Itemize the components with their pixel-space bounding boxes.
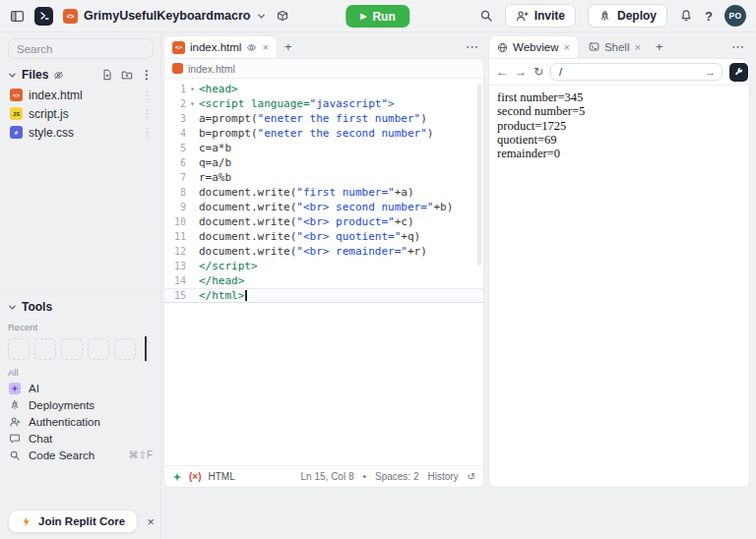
file-row-script-js[interactable]: JS script.js ⋮ — [0, 104, 160, 123]
url-input[interactable] — [557, 65, 701, 79]
tools-collapse-chevron-icon[interactable] — [8, 303, 17, 312]
editor-tab-options-icon[interactable]: ⋯ — [466, 39, 484, 54]
tab-shell[interactable]: Shell × — [581, 35, 649, 58]
url-bar[interactable]: → — [550, 63, 723, 81]
search-input[interactable] — [8, 38, 154, 59]
code-line[interactable]: 3a=prompt("eneter the first number") — [164, 111, 483, 126]
code-line[interactable]: 12document.write("<br> remainder="+r) — [164, 244, 483, 259]
line-number: 14 — [164, 273, 186, 288]
spaces-indicator[interactable]: Spaces: 2 — [375, 471, 418, 482]
tab-close-icon[interactable]: × — [563, 41, 569, 53]
code-line[interactable]: 6q=a/b — [164, 155, 483, 170]
status-ai-icon[interactable] — [172, 472, 182, 482]
run-label: Run — [372, 10, 395, 24]
code-line[interactable]: 11document.write("<br> quotient="+q) — [164, 229, 483, 244]
notifications-bell-icon[interactable] — [679, 9, 693, 23]
help-icon[interactable]: ? — [705, 9, 713, 24]
webview-tab-strip: Webview × Shell × + ⋯ — [488, 35, 750, 58]
tool-item-authentication[interactable]: Authentication — [0, 413, 160, 430]
new-tab-button[interactable]: + — [280, 39, 297, 54]
breadcrumb[interactable]: index.html — [164, 59, 483, 79]
reload-icon[interactable]: ↻ — [534, 65, 543, 79]
files-menu-kebab-icon[interactable]: ⋮ — [141, 68, 153, 82]
code-line[interactable]: 15</html> — [164, 288, 483, 303]
code-line[interactable]: 1▾<head> — [164, 82, 483, 96]
code-text: q=a/b — [199, 155, 231, 170]
webview-tab-options-icon[interactable]: ⋯ — [731, 39, 750, 54]
line-number: 15 — [164, 288, 186, 303]
file-name: script.js — [29, 107, 69, 121]
tool-item-ai[interactable]: AI — [0, 380, 160, 396]
invite-button[interactable]: Invite — [505, 4, 576, 28]
file-row-style-css[interactable]: # style.css ⋮ — [0, 123, 160, 142]
cursor-position[interactable]: Ln 15, Col 8 — [301, 471, 354, 482]
code-line[interactable]: 5c=a*b — [164, 141, 483, 155]
new-folder-icon[interactable] — [121, 69, 133, 81]
package-icon[interactable] — [276, 9, 289, 23]
code-text: c=a*b — [199, 141, 231, 155]
files-section-header: Files ⋮ — [0, 63, 160, 86]
tab-close-icon[interactable]: × — [634, 41, 640, 53]
tool-item-code-search[interactable]: Code Search ⌘⇧F — [0, 447, 160, 463]
forward-icon[interactable]: → — [515, 65, 527, 79]
fold-arrow-icon[interactable]: ▾ — [186, 96, 199, 111]
globe-icon — [497, 42, 508, 53]
code-line[interactable]: 10document.write("<br> product="+c) — [164, 214, 483, 229]
run-button[interactable]: ▶ Run — [346, 5, 410, 28]
editor-scrollbar[interactable] — [477, 84, 481, 266]
fold-arrow-icon[interactable]: ▾ — [186, 82, 199, 96]
file-menu-kebab-icon[interactable]: ⋮ — [142, 126, 153, 139]
history-label[interactable]: History — [427, 471, 458, 482]
code-line[interactable]: 8document.write("first number="+a) — [164, 185, 483, 200]
code-line[interactable]: 2▾<script language="javascript"> — [164, 96, 483, 111]
header-right: Invite Deploy ? PO — [479, 4, 746, 28]
repl-title-menu[interactable]: <> GrimyUsefulKeyboardmacro — [63, 9, 266, 24]
back-icon[interactable]: ← — [496, 65, 508, 79]
tab-webview[interactable]: Webview × — [488, 35, 579, 58]
go-arrow-icon[interactable]: → — [705, 66, 716, 78]
sidebar: Files ⋮ <> index.html ⋮ JS script.js ⋮ — [0, 32, 161, 539]
code-line[interactable]: 7r=a%b — [164, 170, 483, 185]
tab-close-icon[interactable]: × — [262, 41, 268, 53]
deploy-button[interactable]: Deploy — [588, 4, 667, 28]
files-collapse-chevron-icon[interactable] — [8, 71, 17, 80]
tab-index-html[interactable]: <> index.html × — [163, 35, 278, 58]
avatar[interactable]: PO — [724, 5, 746, 27]
sidebar-resize-handle[interactable] — [158, 35, 163, 488]
join-close-icon[interactable]: × — [147, 514, 155, 529]
code-text: </html> — [199, 288, 247, 303]
output-line: remainder=0 — [497, 147, 741, 160]
code-line[interactable]: 4b=prompt("eneter the second number") — [164, 126, 483, 141]
line-number: 2 — [164, 96, 186, 111]
file-row-index-html[interactable]: <> index.html ⋮ — [0, 86, 160, 104]
file-name: index.html — [29, 89, 83, 102]
file-menu-kebab-icon[interactable]: ⋮ — [142, 89, 153, 101]
join-replit-core-button[interactable]: Join Replit Core — [8, 509, 138, 533]
recent-placeholder — [61, 338, 83, 360]
pane-resize-handle[interactable] — [484, 35, 488, 488]
repl-icon: <> — [63, 9, 78, 24]
history-icon[interactable]: ↺ — [468, 471, 475, 482]
code-line[interactable]: 14</head> — [164, 273, 483, 288]
webview-body: ← → ↻ → first number=345second number=5p… — [488, 58, 750, 488]
play-icon: ▶ — [360, 12, 366, 21]
join-label: Join Replit Core — [38, 515, 125, 527]
code-text: r=a%b — [199, 170, 231, 185]
new-tab-button[interactable]: + — [651, 39, 668, 54]
replit-logo[interactable] — [34, 7, 53, 26]
code-editor[interactable]: 1▾<head>2▾<script language="javascript">… — [164, 79, 483, 465]
sidebar-toggle-icon[interactable] — [10, 9, 25, 24]
code-line[interactable]: 9document.write("<br> second number="+b) — [164, 200, 483, 214]
tool-item-deployments[interactable]: Deployments — [0, 396, 160, 413]
new-file-icon[interactable] — [101, 69, 113, 81]
preview-eye-icon[interactable] — [246, 42, 257, 53]
devtools-button[interactable] — [729, 63, 748, 82]
code-line[interactable]: 13</script> — [164, 259, 483, 273]
file-menu-kebab-icon[interactable]: ⋮ — [142, 107, 153, 120]
hidden-files-icon[interactable] — [53, 70, 64, 81]
tool-item-chat[interactable]: Chat — [0, 430, 160, 447]
files-actions: ⋮ — [101, 68, 153, 82]
line-number: 4 — [164, 126, 186, 141]
lightning-icon — [21, 516, 32, 527]
search-icon[interactable] — [479, 9, 493, 23]
